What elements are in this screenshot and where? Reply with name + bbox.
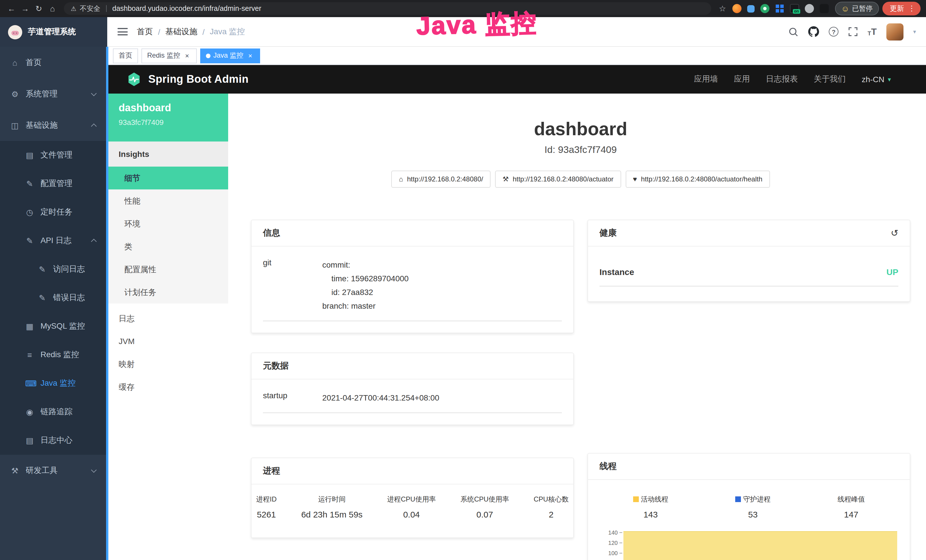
tab-redis-monitor[interactable]: Redis 监控 × xyxy=(141,48,197,63)
sba-item-details[interactable]: 细节 xyxy=(107,166,228,189)
reload-icon[interactable]: ↻ xyxy=(32,0,45,17)
sba-item-config-props[interactable]: 配置属性 xyxy=(107,258,228,281)
sba-nav-journal[interactable]: 日志报表 xyxy=(766,74,798,85)
health-url-button[interactable]: ♥ http://192.168.0.2:48080/actuator/heal… xyxy=(625,171,770,188)
extension-icon-5[interactable]: on xyxy=(790,4,799,13)
security-label[interactable]: 不安全 xyxy=(80,4,100,14)
sidebar-item-access-logs[interactable]: ✎ 访问日志 xyxy=(0,255,107,283)
y-axis-tick: 100 xyxy=(599,549,622,557)
extension-icon-4[interactable] xyxy=(775,4,784,13)
search-icon[interactable] xyxy=(788,27,799,37)
app-logo-row[interactable]: 芋道管理系统 xyxy=(0,17,107,47)
sba-item-logs[interactable]: 日志 xyxy=(107,307,228,330)
health-instance-row[interactable]: Instance UP xyxy=(599,253,898,286)
metric-label: 活动线程 xyxy=(633,495,668,504)
profile-paused-badge[interactable]: ☺ 已暂停 xyxy=(835,2,879,15)
spring-boot-admin-logo xyxy=(127,72,141,87)
tab-java-monitor[interactable]: Java 监控 × xyxy=(200,48,260,63)
tick-label: 140 xyxy=(608,529,618,536)
user-avatar[interactable] xyxy=(887,23,903,40)
url-text[interactable]: dashboard.yudao.iocoder.cn/infra/admin-s… xyxy=(112,5,262,12)
sidebar-item-system-management[interactable]: ⚙ 系统管理 xyxy=(0,78,107,109)
actuator-url-button[interactable]: ⚒ http://192.168.0.2:48080/actuator xyxy=(495,171,621,188)
sba-item-caches[interactable]: 缓存 xyxy=(107,375,228,398)
extension-icon-6[interactable] xyxy=(805,4,814,13)
sba-item-mappings[interactable]: 映射 xyxy=(107,353,228,375)
locale-selector[interactable]: zh-CN ▾ xyxy=(862,75,891,84)
sidebar-item-api-logs[interactable]: ✎ API 日志 xyxy=(0,227,107,255)
extension-icon-2[interactable] xyxy=(747,5,754,12)
sidebar-item-scheduled-jobs[interactable]: ◷ 定时任务 xyxy=(0,198,107,227)
tab-home[interactable]: 首页 xyxy=(113,48,138,63)
metric-peak-threads: 线程峰值 147 xyxy=(838,495,865,519)
sba-item-jvm[interactable]: JVM xyxy=(107,330,228,353)
warning-icon: ⚠ xyxy=(71,5,76,12)
font-size-icon[interactable]: TT xyxy=(867,27,877,36)
history-icon[interactable]: ↺ xyxy=(891,228,898,239)
extension-on-badge: on xyxy=(793,9,800,14)
threads-card-header: 线程 xyxy=(588,454,910,480)
sidebar-item-home[interactable]: ⌂ 首页 xyxy=(0,47,107,78)
address-bar[interactable]: ⚠ 不安全 dashboard.yudao.iocoder.cn/infra/a… xyxy=(64,2,711,15)
github-icon[interactable] xyxy=(808,26,819,37)
sidebar-item-label: 错误日志 xyxy=(53,293,85,303)
sba-item-environment[interactable]: 环境 xyxy=(107,212,228,235)
pencil-icon: ✎ xyxy=(25,179,34,188)
chrome-menu-icon[interactable]: ⋮ xyxy=(906,2,917,15)
sidebar-item-label: 首页 xyxy=(26,58,42,68)
git-commit-line: commit: xyxy=(322,258,562,272)
extension-icon-1[interactable] xyxy=(732,4,741,13)
avatar-caret-icon[interactable]: ▾ xyxy=(913,29,916,35)
forward-icon[interactable]: → xyxy=(18,0,32,17)
back-icon[interactable]: ← xyxy=(5,0,18,17)
sidebar-item-java-monitor[interactable]: ⌨ Java 监控 xyxy=(0,369,107,398)
sidebar-item-mysql-monitor[interactable]: ▦ MySQL 监控 xyxy=(0,312,107,341)
close-tab-icon[interactable]: × xyxy=(246,51,254,60)
sba-body: dashboard 93a3fc7f7409 Insights 细节 性能 环境… xyxy=(107,94,926,560)
metric-label: 进程ID xyxy=(256,495,277,504)
sba-item-metrics[interactable]: 性能 xyxy=(107,189,228,212)
extension-icon-7[interactable] xyxy=(819,4,828,13)
help-icon[interactable]: ? xyxy=(829,27,838,36)
sidebar-item-infrastructure[interactable]: ◫ 基础设施 xyxy=(0,109,107,141)
info-card-body: git commit: time: 1596289704000 id: 27aa… xyxy=(251,247,573,333)
toolbox-icon: ⚒ xyxy=(10,466,20,475)
breadcrumb-infrastructure[interactable]: 基础设施 xyxy=(165,27,197,37)
breadcrumb-home[interactable]: 首页 xyxy=(137,27,153,37)
process-metrics: 进程ID 5261 运行时间 6d 23h 15m 59s 进程CPU使用率 xyxy=(251,484,573,537)
update-label: 更新 xyxy=(890,4,904,14)
hamburger-icon[interactable] xyxy=(118,28,128,35)
sidebar-item-label: Redis 监控 xyxy=(41,350,79,360)
chrome-update-button[interactable]: 更新 ⋮ xyxy=(882,2,921,15)
metric-live-threads: 活动线程 143 xyxy=(633,495,668,519)
sidebar-item-file-management[interactable]: ▤ 文件管理 xyxy=(0,141,107,170)
database-icon: ≡ xyxy=(25,350,34,359)
health-card: 健康 ↺ Instance UP xyxy=(587,219,910,302)
home-icon[interactable]: ⌂ xyxy=(45,0,59,17)
eye-icon: ◉ xyxy=(25,407,34,416)
sba-item-scheduled-tasks[interactable]: 计划任务 xyxy=(107,281,228,304)
sba-nav-wallboard[interactable]: 应用墙 xyxy=(694,74,718,85)
instance-header[interactable]: dashboard 93a3fc7f7409 xyxy=(107,94,228,141)
sidebar-item-trace[interactable]: ◉ 链路追踪 xyxy=(0,398,107,426)
tab-label: Redis 监控 xyxy=(147,51,180,61)
fullscreen-icon[interactable] xyxy=(848,27,858,36)
sba-item-classes[interactable]: 类 xyxy=(107,235,228,258)
sba-nav-about[interactable]: 关于我们 xyxy=(814,74,846,85)
sba-nav-applications[interactable]: 应用 xyxy=(734,74,750,85)
file-icon: ▤ xyxy=(25,151,34,160)
git-time-line: time: 1596289704000 xyxy=(322,272,562,285)
service-url-button[interactable]: ⌂ http://192.168.0.2:48080/ xyxy=(392,171,490,188)
health-card-title: 健康 xyxy=(599,228,617,239)
bookmark-star-icon[interactable]: ☆ xyxy=(716,0,729,17)
info-card-title: 信息 xyxy=(263,228,280,239)
sba-main: dashboard Id: 93a3fc7f7409 ⌂ http://192.… xyxy=(228,94,926,560)
sidebar-item-error-logs[interactable]: ✎ 错误日志 xyxy=(0,283,107,312)
sidebar-item-log-center[interactable]: ▤ 日志中心 xyxy=(0,426,107,455)
sidebar-item-redis-monitor[interactable]: ≡ Redis 监控 xyxy=(0,341,107,369)
metric-pid: 进程ID 5261 xyxy=(256,495,277,519)
sidebar-item-config-management[interactable]: ✎ 配置管理 xyxy=(0,170,107,198)
sidebar-item-dev-tools[interactable]: ⚒ 研发工具 xyxy=(0,455,107,486)
close-tab-icon[interactable]: × xyxy=(183,51,191,60)
extension-icon-3[interactable] xyxy=(760,4,769,13)
